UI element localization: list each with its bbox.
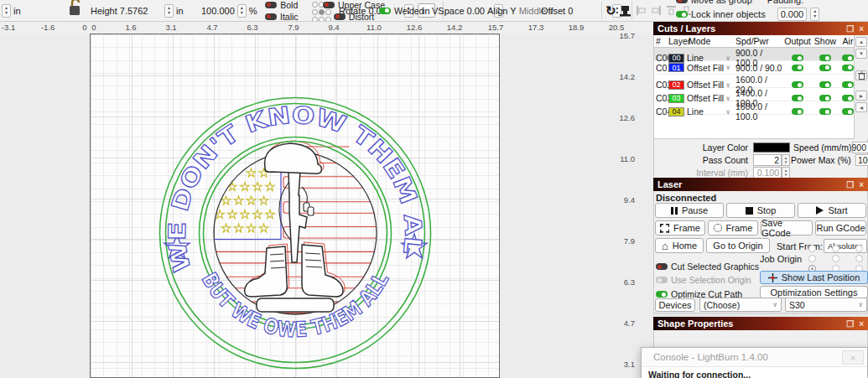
go-to-origin-button[interactable]: Go to Origin	[706, 238, 770, 253]
toggle-pill	[379, 8, 391, 14]
save-gcode-button[interactable]: Save GCode	[761, 220, 813, 236]
output-toggle[interactable]	[792, 81, 803, 88]
lock-inner-objects-toggle[interactable]	[676, 11, 688, 18]
padding-value[interactable]: 0.000	[777, 8, 808, 21]
design-artwork[interactable]: WE DON'T KNOW THEM ALL BUT WE OWE THEM A…	[154, 92, 436, 374]
layer-row[interactable]: C01 01 Offset Fill∨ 900.0 / 90.0	[654, 61, 854, 75]
home-button[interactable]: ⌂Home	[655, 238, 704, 253]
console-close-button[interactable]: ×	[842, 350, 864, 365]
run-gcode-button[interactable]: Run GCode	[815, 220, 866, 236]
show-toggle[interactable]	[819, 108, 831, 115]
air-toggle[interactable]	[842, 81, 854, 88]
close-panel-icon[interactable]: ×	[859, 24, 864, 34]
optimization-settings-button[interactable]: Optimization Settings	[760, 286, 868, 298]
job-origin-radio[interactable]	[808, 255, 816, 262]
float-panel-icon[interactable]: ❐	[846, 24, 854, 34]
spinner[interactable]: ▴▾	[2, 4, 11, 18]
spinner[interactable]: ▴▾	[782, 167, 790, 179]
output-toggle[interactable]	[792, 108, 803, 115]
air-toggle[interactable]	[842, 108, 854, 115]
use-selection-origin-toggle[interactable]: Use Selection Origin	[656, 275, 751, 285]
job-origin-radio[interactable]	[855, 245, 863, 252]
spinner[interactable]: ▴▾	[782, 154, 790, 166]
welded-toggle[interactable]: Welded	[379, 6, 424, 16]
move-as-group-toggle[interactable]	[676, 0, 688, 3]
devices-button[interactable]: Devices	[655, 298, 695, 312]
lock-open-icon[interactable]	[67, 0, 82, 16]
air-toggle[interactable]	[842, 65, 854, 71]
frame-circle-button[interactable]: Frame	[708, 220, 758, 236]
close-panel-icon[interactable]: ×	[859, 180, 864, 189]
speed-value[interactable]: 900	[852, 142, 868, 153]
align-right-icon[interactable]	[651, 5, 662, 16]
job-origin-radio[interactable]	[832, 245, 839, 252]
spinner[interactable]: ▴▾	[164, 4, 174, 18]
console-titlebar[interactable]: Console - LightBurn 1.4.00	[642, 348, 867, 367]
layer-color-swatch[interactable]: 00	[668, 54, 684, 63]
distort-toggle[interactable]: Distort	[334, 12, 374, 22]
show-toggle[interactable]	[819, 65, 831, 71]
stop-button[interactable]: Stop	[726, 203, 795, 218]
shape-properties-titlebar[interactable]: Shape Properties ❐ ×	[653, 317, 868, 330]
scale-field[interactable]: 100.000 ▴▾ %	[201, 0, 257, 21]
device-choose-dropdown[interactable]: (Choose)∨	[699, 298, 782, 312]
show-toggle[interactable]	[819, 81, 831, 88]
height-value[interactable]: 7.5762	[120, 6, 148, 16]
air-toggle[interactable]	[842, 95, 854, 101]
output-toggle[interactable]	[792, 95, 803, 101]
output-toggle[interactable]	[792, 65, 803, 71]
job-origin-radio[interactable]	[832, 255, 839, 262]
job-origin-radio[interactable]	[855, 255, 863, 262]
layer-mode-dropdown[interactable]: Offset Fill∨	[686, 93, 733, 103]
rotate-tool-icon[interactable]: ↻	[606, 3, 616, 18]
output-toggle[interactable]	[792, 54, 803, 61]
uppercase-toggle[interactable]: Upper Case	[323, 0, 385, 10]
show-toggle[interactable]	[819, 95, 831, 101]
spinner[interactable]: ▴▾	[810, 8, 819, 21]
power-max-value[interactable]: 100.00	[855, 154, 868, 166]
move-layer-right-button[interactable]: ►	[855, 91, 867, 101]
layer-color-swatch[interactable]: 04	[668, 107, 684, 117]
cuts-layers-panel: Cuts / Layers ❐ × # Layer Mode Spd/Pwr O…	[653, 22, 868, 179]
layer-mode-dropdown[interactable]: Line∨	[686, 106, 733, 117]
layer-mode-dropdown[interactable]: Offset Fill∨	[686, 80, 733, 90]
align-left-icon[interactable]	[636, 5, 647, 16]
pause-button[interactable]: Pause	[655, 203, 724, 218]
float-panel-icon[interactable]: ❐	[846, 180, 854, 189]
layer-color-button[interactable]	[753, 142, 790, 153]
toggle-pill	[656, 291, 668, 298]
frame-rect-button[interactable]: Frame	[655, 220, 705, 236]
layer-color-swatch[interactable]: 03	[668, 94, 684, 103]
interval-value[interactable]: 0.100	[753, 167, 782, 179]
device-name-dropdown[interactable]: S30∨	[785, 298, 867, 312]
italic-toggle[interactable]: Italic	[265, 12, 299, 22]
scroll-down-button[interactable]: ▼	[855, 49, 867, 59]
layer-row[interactable]: C04 04 Line∨ 1600.0 / 100.0	[654, 101, 854, 115]
layer-color-swatch[interactable]: 02	[668, 80, 684, 90]
layer-color-swatch[interactable]: 01	[668, 63, 684, 72]
layer-row[interactable]: C02 02 Offset Fill∨ 1600.0 / 20.0	[654, 75, 854, 88]
close-panel-icon[interactable]: ×	[859, 319, 864, 329]
laser-head-icon[interactable]	[619, 4, 632, 18]
pass-count-value[interactable]: 2	[753, 154, 782, 166]
move-layer-left-button[interactable]: ◄	[855, 102, 867, 112]
delete-layer-button[interactable]	[855, 70, 867, 80]
layer-row[interactable]: C00 00 Line∨ 900.0 / 100.0	[654, 48, 854, 61]
bold-toggle[interactable]: Bold	[265, 0, 298, 10]
height-unit-spinner[interactable]: ▴▾ in	[164, 0, 184, 21]
show-last-position-button[interactable]: Show Last Position	[760, 271, 868, 284]
show-toggle[interactable]	[819, 54, 831, 61]
air-toggle[interactable]	[842, 54, 854, 61]
cut-selected-graphics-toggle[interactable]: Cut Selected Graphics	[656, 261, 759, 272]
spinner[interactable]: ▴▾	[237, 4, 247, 18]
cuts-layers-titlebar[interactable]: Cuts / Layers ❐ ×	[653, 22, 868, 35]
layer-row[interactable]: C03 03 Offset Fill∨ 1400.0 / 100.0	[654, 88, 854, 101]
float-panel-icon[interactable]: ❐	[846, 319, 854, 329]
width-unit-spinner[interactable]: ▴▾ in	[2, 0, 21, 21]
scroll-up-button[interactable]: ▲	[855, 37, 867, 47]
layer-mode-dropdown[interactable]: Offset Fill∨	[686, 63, 733, 73]
laser-titlebar[interactable]: Laser ❐ ×	[653, 178, 868, 191]
start-button[interactable]: Start	[798, 203, 866, 218]
layer-mode-dropdown[interactable]: Line∨	[686, 53, 733, 63]
job-origin-radio[interactable]	[808, 245, 816, 252]
